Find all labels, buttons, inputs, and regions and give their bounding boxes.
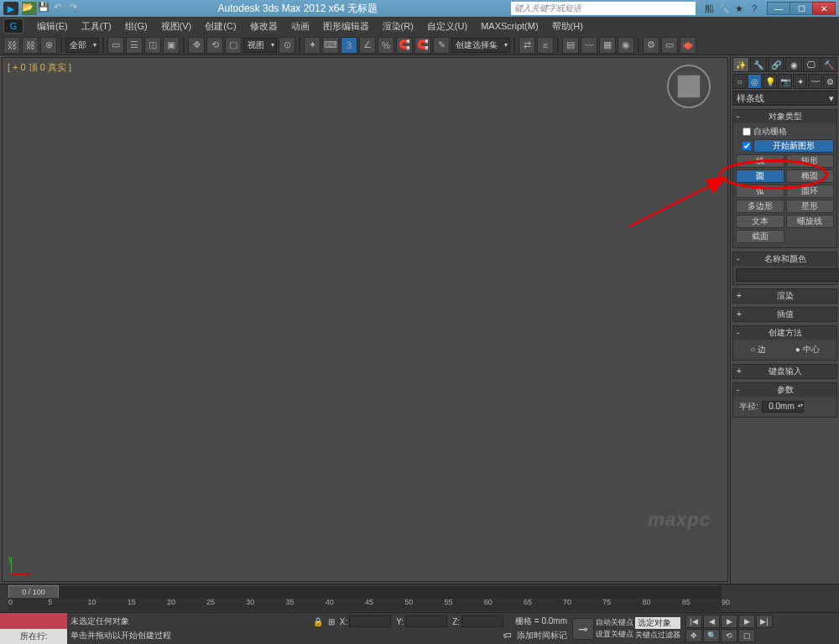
qat-save-icon[interactable]: 💾 — [38, 2, 53, 15]
menu-animation[interactable]: 动画 — [284, 18, 316, 35]
select-name-icon[interactable]: ☰ — [126, 37, 143, 54]
select-icon[interactable]: ▭ — [107, 37, 124, 54]
coord-y-input[interactable] — [405, 615, 447, 627]
btn-section[interactable]: 截面 — [736, 230, 784, 243]
snap2-icon[interactable]: 🧲 — [414, 37, 431, 54]
selected-object-field[interactable]: 选定对象 — [635, 617, 680, 629]
bind-icon[interactable]: ⊗ — [40, 37, 57, 54]
material-icon[interactable]: ◉ — [618, 37, 634, 54]
startnew-button[interactable]: 开始新图形 — [753, 139, 834, 153]
keyboard-icon[interactable]: ⌨ — [322, 37, 339, 54]
scale-icon[interactable]: ▢ — [225, 37, 242, 54]
viewport[interactable]: [ + 0 顶 0 真实 ] yx maxpc — [2, 57, 728, 582]
radio-center[interactable]: ● 中心 — [795, 344, 820, 356]
radio-edge[interactable]: ○ 边 — [750, 344, 766, 356]
menu-view[interactable]: 视图(V) — [154, 18, 199, 35]
btn-line[interactable]: 线 — [736, 154, 784, 168]
cat-helpers-icon[interactable]: ✦ — [793, 74, 807, 89]
set-key-button[interactable]: ⊸ — [572, 618, 594, 640]
add-time-tag[interactable]: 添加时间标记 — [517, 630, 567, 641]
btn-helix[interactable]: 螺旋线 — [786, 215, 835, 228]
shapes-category-dropdown[interactable]: 样条线 — [732, 91, 837, 106]
help-search-input[interactable]: 键入关键字或短语 — [511, 2, 696, 15]
menu-customize[interactable]: 自定义(U) — [420, 18, 474, 35]
btn-arc[interactable]: 弧 — [736, 184, 784, 198]
prev-frame-icon[interactable]: ◀ — [703, 615, 720, 628]
maximize-button[interactable]: ☐ — [789, 2, 813, 15]
nav-zoom-icon[interactable]: 🔍 — [703, 629, 720, 642]
key-filter-button[interactable]: 关键点过滤器 — [635, 630, 680, 641]
btn-circle[interactable]: 圆 — [736, 169, 784, 183]
auto-key-button[interactable]: 自动关键点 — [596, 617, 633, 628]
object-name-input[interactable] — [736, 268, 839, 282]
cat-warps-icon[interactable]: 〰 — [808, 74, 822, 89]
tab-utilities[interactable]: 🔨 — [821, 57, 837, 72]
snap-toggle-icon[interactable]: 3 — [341, 37, 357, 54]
help-icon[interactable]: ? — [748, 2, 761, 15]
btn-donut[interactable]: 圆环 — [786, 184, 835, 198]
qat-open-icon[interactable]: 📂 — [22, 2, 37, 15]
btn-ellipse[interactable]: 椭圆 — [786, 169, 835, 183]
select-region-icon[interactable]: ◫ — [144, 37, 161, 54]
menu-render[interactable]: 渲染(R) — [376, 18, 420, 35]
refcoord-combo[interactable]: 视图 — [243, 38, 277, 53]
cat-cameras-icon[interactable]: 📷 — [778, 74, 792, 89]
link-icon[interactable]: ⛓ — [3, 37, 20, 54]
qat-redo-icon[interactable]: ↷ — [70, 2, 85, 15]
rotate-icon[interactable]: ⟲ — [206, 37, 223, 54]
minimize-button[interactable]: — — [767, 2, 790, 15]
window-crossing-icon[interactable]: ▣ — [163, 37, 180, 54]
menu-help[interactable]: 帮助(H) — [545, 18, 590, 35]
tab-hierarchy[interactable]: 🔗 — [768, 57, 784, 72]
tab-create[interactable]: ✨ — [732, 57, 749, 72]
menu-group[interactable]: 组(G) — [118, 18, 154, 35]
menu-modifiers[interactable]: 修改器 — [243, 18, 284, 35]
coord-x-input[interactable] — [349, 615, 391, 627]
goto-start-icon[interactable]: |◀ — [685, 615, 702, 628]
btn-text[interactable]: 文本 — [736, 215, 784, 228]
next-frame-icon[interactable]: ▶ — [738, 615, 755, 628]
info-icon[interactable]: 船 — [702, 2, 716, 15]
qat-undo-icon[interactable]: ↶ — [54, 2, 69, 15]
selection-filter-combo[interactable]: 全部 — [65, 38, 99, 53]
startnew-checkbox[interactable] — [743, 142, 751, 150]
curve-editor-icon[interactable]: 〰 — [581, 37, 597, 54]
cat-geometry-icon[interactable]: ○ — [732, 74, 747, 89]
time-slider-track[interactable]: 0 / 100 — [8, 586, 722, 598]
align-icon[interactable]: ≡ — [537, 37, 554, 54]
render-setup-icon[interactable]: ⚙ — [643, 37, 659, 54]
spinner-snap-icon[interactable]: 🧲 — [396, 37, 413, 54]
close-button[interactable]: ✕ — [812, 2, 836, 15]
layers-icon[interactable]: ▤ — [562, 37, 579, 54]
script-mini-listener[interactable] — [0, 613, 67, 629]
coord-z-input[interactable] — [461, 615, 503, 627]
nav-orbit-icon[interactable]: ⟲ — [721, 629, 737, 642]
schematic-icon[interactable]: ▦ — [599, 37, 616, 54]
viewport-label[interactable]: [ + 0 顶 0 真实 ] — [8, 61, 71, 74]
cat-lights-icon[interactable]: 💡 — [763, 74, 777, 89]
unlink-icon[interactable]: ⛓ — [22, 37, 39, 54]
menu-maxscript[interactable]: MAXScript(M) — [474, 18, 545, 34]
cat-shapes-icon[interactable]: ◎ — [748, 74, 762, 89]
radius-spinner[interactable]: 0.0mm — [762, 401, 804, 413]
time-slider-thumb[interactable]: 0 / 100 — [8, 585, 59, 599]
tab-display[interactable]: 🖵 — [803, 57, 820, 72]
menu-grapheditor[interactable]: 图形编辑器 — [316, 18, 376, 35]
mirror-icon[interactable]: ⇄ — [519, 37, 535, 54]
menu-create[interactable]: 创建(C) — [198, 18, 242, 35]
play-icon[interactable]: ▶ — [721, 615, 737, 628]
star-icon[interactable]: ★ — [732, 2, 746, 15]
btn-star[interactable]: 星形 — [786, 200, 835, 213]
nav-max-icon[interactable]: ▢ — [738, 629, 755, 642]
percent-snap-icon[interactable]: % — [378, 37, 394, 54]
time-ruler[interactable]: 051015202530354045505560657075808590 — [8, 598, 722, 611]
btn-rectangle[interactable]: 矩形 — [786, 154, 835, 168]
tab-modify[interactable]: 🔧 — [750, 57, 767, 72]
cat-systems-icon[interactable]: ⚙ — [823, 74, 837, 89]
set-key-mode-button[interactable]: 设置关键点 — [596, 629, 633, 640]
render-frame-icon[interactable]: ▭ — [661, 37, 678, 54]
app-logo-icon[interactable]: G — [3, 18, 23, 34]
btn-ngon[interactable]: 多边形 — [736, 200, 784, 213]
autogrid-checkbox[interactable] — [743, 127, 751, 136]
goto-end-icon[interactable]: ▶| — [756, 615, 773, 628]
